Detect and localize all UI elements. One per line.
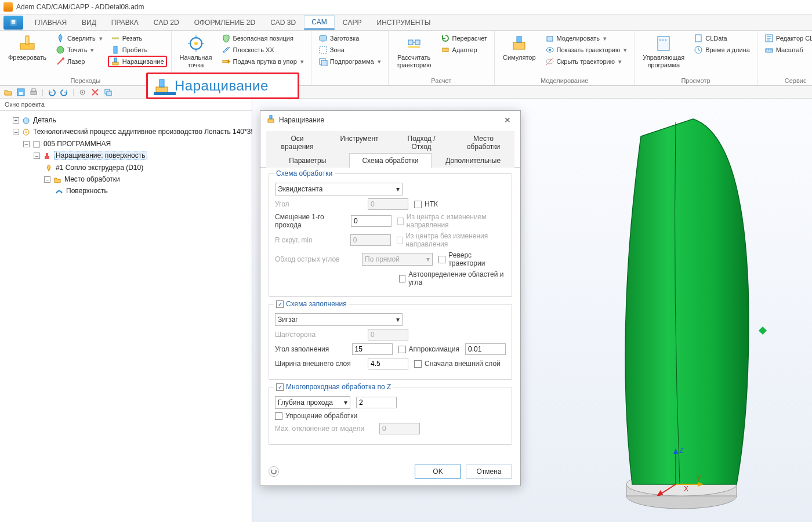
recalc-button[interactable]: Перерасчет [438, 33, 490, 44]
reverse-checkbox[interactable]: Реверс траектории [438, 251, 506, 267]
shift-input[interactable] [351, 215, 392, 227]
dialog-titlebar[interactable]: Наращивание ✕ [260, 111, 520, 129]
tab-tool[interactable]: Инструмент [328, 131, 390, 154]
tree-node-tool[interactable]: #1 Сопло экструдера (D10) [44, 162, 249, 173]
sharpen-button[interactable]: Точить▾ [53, 45, 105, 55]
menu-tools[interactable]: ИНСТРУМЕНТЫ [370, 16, 438, 29]
svg-point-3 [57, 46, 64, 53]
ribbon-group-program: Заготовка Зона Подпрограмма▾ [311, 31, 389, 85]
tree-node-process[interactable]: –Технологический процесс аддитивное прои… [13, 126, 249, 197]
tree-node-place[interactable]: –Место обработки Поверхность [44, 173, 249, 197]
menu-format2d[interactable]: ОФОРМЛЕНИЕ 2D [187, 16, 263, 29]
safe-pos-button[interactable]: Безопасная позиция [219, 33, 306, 44]
approx-checkbox[interactable]: Аппроксимация [398, 345, 459, 353]
qat-copy-icon[interactable] [103, 88, 113, 97]
qat-delete-icon[interactable] [90, 88, 100, 97]
tab-approach[interactable]: Подход / Отход [390, 131, 452, 154]
axis-gizmo: Z Y X [652, 444, 705, 496]
drill-button[interactable]: Сверлить▾ [53, 33, 105, 44]
recalc-traj-button[interactable]: Рассчитать траекторию [393, 33, 435, 70]
tree-node-buildup[interactable]: –Наращивание: поверхность #1 Сопло экстр… [34, 150, 249, 197]
menu-cam[interactable]: CAM [304, 15, 335, 30]
fill-scheme-select[interactable]: Зигзаг▾ [275, 313, 403, 326]
fill-angle-input[interactable] [352, 343, 393, 355]
depth-select[interactable]: Глубина прохода▾ [275, 396, 350, 409]
svg-text:Z: Z [679, 447, 683, 455]
nc-program-button[interactable]: Управляющая программа [639, 33, 688, 70]
qat-gear-icon[interactable] [78, 88, 87, 97]
buildup-button[interactable]: Наращивание [108, 56, 166, 67]
tree-node-surface[interactable]: Поверхность [55, 185, 249, 197]
feed-button[interactable]: Подача прутка в упор▾ [219, 56, 306, 67]
menu-view[interactable]: ВИД [75, 16, 103, 29]
cldata-editor-button[interactable]: Редактор CLData [762, 33, 812, 44]
chevron-down-icon: ▾ [396, 316, 400, 324]
tree-node-part[interactable]: +Деталь [13, 114, 249, 126]
hide-traj-button[interactable]: Скрыть траекторию▾ [543, 56, 630, 67]
refresh-icon[interactable] [269, 466, 279, 477]
ok-button[interactable]: OK [415, 465, 461, 478]
qat-redo-icon[interactable] [60, 88, 69, 97]
outer-width-input[interactable] [368, 358, 408, 369]
show-traj-button[interactable]: Показать траекторию▾ [543, 45, 630, 55]
app-menu-button[interactable] [3, 16, 23, 30]
multipass-enable-checkbox[interactable]: ✓ [276, 383, 284, 391]
ribbon: Фрезеровать Сверлить▾ Точить▾ Лазер Реза… [0, 31, 812, 86]
blank-button[interactable]: Заготовка [316, 33, 383, 44]
model-button[interactable]: Моделировать▾ [543, 33, 630, 44]
svg-rect-40 [156, 87, 168, 92]
cldata-button[interactable]: CLData [691, 33, 752, 44]
adapter-button[interactable]: Адаптер [438, 45, 490, 55]
qat-undo-icon[interactable] [47, 88, 56, 97]
planexx-button[interactable]: Плоскость XX [219, 45, 306, 55]
tab-scheme[interactable]: Схема обработки [349, 153, 432, 168]
qat-print-icon[interactable] [29, 88, 38, 97]
time-length-button[interactable]: Время и длина [691, 45, 752, 55]
dialog-close-button[interactable]: ✕ [501, 115, 514, 125]
mill-button[interactable]: Фрезеровать [5, 33, 50, 63]
punch-button[interactable]: Пробить [108, 45, 166, 55]
approx-input[interactable] [465, 343, 506, 355]
menu-cad3d[interactable]: CAD 3D [263, 16, 303, 29]
autodet-checkbox[interactable]: Автоопределение областей и угла [399, 270, 506, 287]
menu-cad2d[interactable]: CAD 2D [147, 16, 186, 29]
menu-capp[interactable]: CAPP [336, 16, 369, 29]
svg-marker-56 [698, 482, 704, 487]
drill-icon [56, 34, 65, 43]
menu-main[interactable]: ГЛАВНАЯ [28, 16, 74, 29]
cut-button[interactable]: Резать [108, 33, 166, 44]
menu-edit[interactable]: ПРАВКА [104, 16, 146, 29]
simulator-button[interactable]: Симулятор [499, 33, 539, 63]
svg-marker-59 [656, 490, 663, 496]
from-center-nochg-checkbox: Из центра без изменения направления [397, 232, 506, 248]
simplify-checkbox[interactable]: Упрощение обработки [275, 412, 357, 420]
angle-input[interactable] [368, 198, 408, 210]
step-input[interactable] [368, 329, 408, 340]
qat-save-icon[interactable] [16, 88, 26, 97]
qat-open-icon[interactable] [3, 88, 13, 97]
zone-button[interactable]: Зона [316, 45, 383, 55]
dialog-buildup: Наращивание ✕ Оси вращения Инструмент По… [260, 110, 521, 486]
tab-axes[interactable]: Оси вращения [266, 131, 328, 154]
svg-rect-24 [658, 37, 669, 50]
fill-enable-checkbox[interactable]: ✓ [276, 300, 284, 308]
depth-input[interactable] [356, 397, 397, 408]
scheme-select[interactable]: Эквидистанта▾ [275, 183, 403, 195]
tab-params[interactable]: Параметры [266, 153, 349, 168]
cancel-button[interactable]: Отмена [466, 465, 512, 478]
cut-icon [111, 34, 120, 43]
scale-button[interactable]: Масштаб [762, 45, 812, 55]
svg-point-22 [549, 49, 551, 51]
project-tree[interactable]: +Деталь –Технологический процесс аддитив… [0, 111, 252, 201]
tab-place[interactable]: Место обработки [452, 131, 514, 154]
tab-additional[interactable]: Дополнительные [432, 153, 514, 168]
ntk-checkbox[interactable]: НТК [414, 200, 438, 208]
laser-button[interactable]: Лазер [53, 56, 105, 67]
startpoint-button[interactable]: Начальная точка [176, 33, 216, 70]
sub-icon [318, 57, 328, 66]
maxdev-input[interactable] [379, 423, 420, 434]
rmin-input[interactable] [350, 234, 391, 246]
subprogram-button[interactable]: Подпрограмма▾ [316, 56, 383, 67]
outer-first-checkbox[interactable]: Сначала внешний слой [414, 360, 501, 368]
tree-node-program[interactable]: –005 ПРОГРАММНАЯ –Наращивание: поверхнос… [23, 138, 249, 197]
